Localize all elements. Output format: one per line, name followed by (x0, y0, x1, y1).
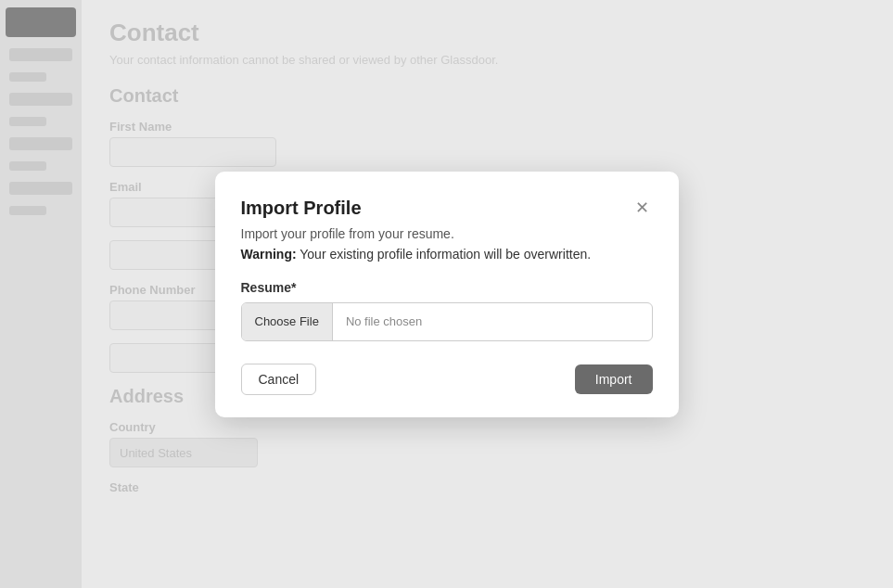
warning-label: Warning: (241, 247, 297, 262)
modal-overlay: Import Profile ✕ Import your profile fro… (0, 0, 893, 588)
resume-label: Resume* (241, 280, 653, 295)
cancel-button[interactable]: Cancel (241, 364, 317, 395)
modal-actions: Cancel Import (241, 364, 653, 395)
modal-title: Import Profile (241, 198, 362, 219)
warning-text: Your existing profile information will b… (297, 247, 592, 262)
modal-warning: Warning: Your existing profile informati… (241, 247, 653, 262)
import-button[interactable]: Import (575, 364, 653, 394)
modal-description: Import your profile from your resume. (241, 226, 653, 241)
close-button[interactable]: ✕ (631, 198, 653, 218)
modal-header: Import Profile ✕ (241, 198, 653, 219)
file-name-display: No file chosen (333, 314, 652, 328)
import-profile-modal: Import Profile ✕ Import your profile fro… (215, 172, 679, 417)
file-input-wrapper: Choose File No file chosen (241, 302, 653, 341)
choose-file-button[interactable]: Choose File (242, 303, 333, 340)
